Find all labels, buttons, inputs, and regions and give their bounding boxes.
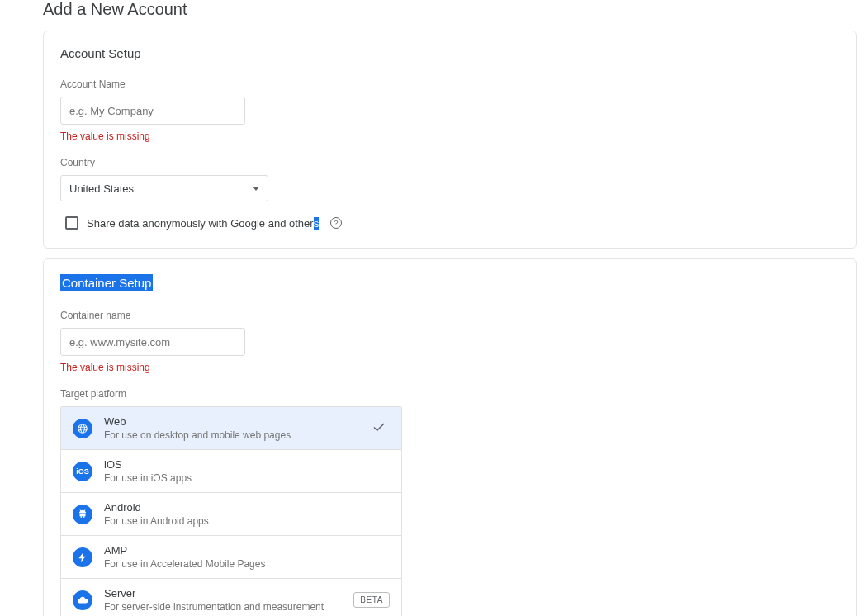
country-select[interactable]: United States <box>60 175 268 201</box>
platform-desc: For use in Accelerated Mobile Pages <box>104 558 390 570</box>
container-name-field: Container name The value is missing <box>60 310 840 373</box>
platform-item-amp[interactable]: AMP For use in Accelerated Mobile Pages <box>61 536 401 579</box>
container-name-label: Container name <box>60 310 840 321</box>
platform-desc: For use on desktop and mobile web pages <box>104 429 390 441</box>
country-label: Country <box>60 157 840 168</box>
cloud-icon <box>73 590 92 610</box>
container-name-input[interactable] <box>60 328 245 356</box>
android-icon <box>73 505 92 524</box>
container-name-error: The value is missing <box>60 362 840 373</box>
beta-badge: BETA <box>353 592 390 608</box>
platform-item-ios[interactable]: iOS iOS For use in iOS apps <box>61 450 401 493</box>
share-data-label: Share data anonymously with Google and o… <box>87 217 319 230</box>
platform-item-web[interactable]: Web For use on desktop and mobile web pa… <box>61 407 401 450</box>
account-name-input[interactable] <box>60 97 245 125</box>
help-icon[interactable]: ? <box>330 217 342 229</box>
platform-item-server[interactable]: Server For server-side instrumentation a… <box>61 579 401 616</box>
web-icon <box>73 419 92 438</box>
account-setup-card: Account Setup Account Name The value is … <box>43 31 857 249</box>
target-platform-label: Target platform <box>60 388 840 400</box>
country-value: United States <box>69 182 134 195</box>
account-name-error: The value is missing <box>60 130 840 142</box>
container-section-title: Container Setup <box>60 274 153 291</box>
container-setup-card: Container Setup Container name The value… <box>43 258 857 616</box>
platform-name: iOS <box>104 458 390 471</box>
check-icon <box>372 419 386 437</box>
platform-list: Web For use on desktop and mobile web pa… <box>60 406 402 616</box>
account-section-title: Account Setup <box>60 46 141 60</box>
share-data-row: Share data anonymously with Google and o… <box>60 216 840 230</box>
platform-desc: For server-side instrumentation and meas… <box>104 601 342 613</box>
platform-item-android[interactable]: Android For use in Android apps <box>61 493 401 536</box>
platform-name: Server <box>104 587 342 599</box>
platform-desc: For use in Android apps <box>104 515 390 527</box>
platform-desc: For use in iOS apps <box>104 472 390 484</box>
chevron-down-icon <box>253 187 259 191</box>
account-name-field: Account Name The value is missing <box>60 78 840 142</box>
amp-icon <box>73 547 92 567</box>
account-name-label: Account Name <box>60 78 840 90</box>
country-field: Country United States <box>60 157 840 201</box>
ios-icon: iOS <box>73 462 92 481</box>
platform-name: Android <box>104 501 390 514</box>
platform-name: AMP <box>104 544 390 557</box>
share-data-checkbox[interactable] <box>65 216 78 230</box>
page-title: Add a New Account <box>43 0 867 19</box>
platform-name: Web <box>104 415 390 428</box>
